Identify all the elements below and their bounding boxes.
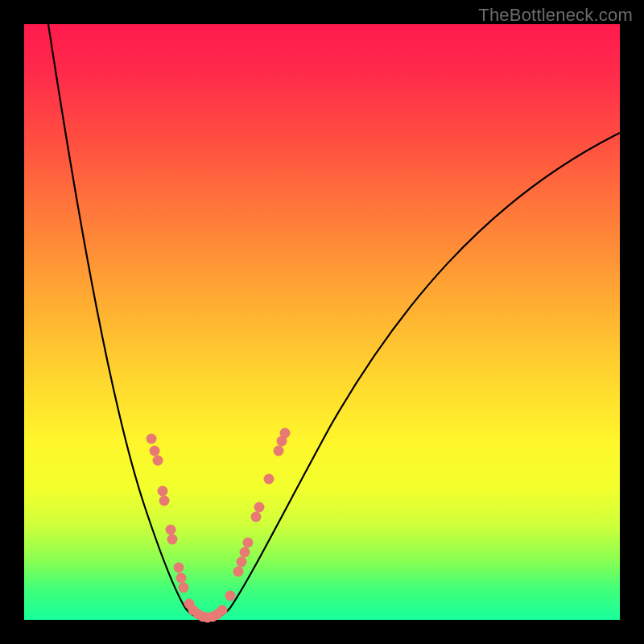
data-point bbox=[150, 446, 160, 456]
data-point bbox=[233, 567, 244, 577]
data-point bbox=[158, 486, 168, 497]
data-point bbox=[274, 446, 284, 456]
data-point bbox=[159, 496, 170, 506]
curve-right bbox=[209, 133, 620, 618]
data-point bbox=[166, 525, 176, 535]
chart-svg bbox=[24, 24, 620, 620]
data-point bbox=[243, 538, 254, 548]
data-point bbox=[179, 583, 189, 593]
data-point bbox=[254, 502, 265, 513]
data-point bbox=[225, 591, 236, 601]
data-point bbox=[280, 428, 291, 439]
data-point bbox=[167, 535, 178, 545]
data-point bbox=[240, 547, 250, 558]
data-point bbox=[174, 563, 184, 573]
data-dots bbox=[147, 428, 291, 623]
data-point bbox=[176, 573, 187, 584]
data-point bbox=[251, 512, 262, 522]
curve-left bbox=[48, 24, 209, 618]
watermark-text: TheBottleneck.com bbox=[478, 5, 633, 26]
data-point bbox=[147, 434, 157, 444]
data-point bbox=[264, 474, 275, 485]
data-point bbox=[237, 557, 247, 568]
data-point bbox=[153, 456, 163, 466]
data-point bbox=[217, 605, 228, 616]
